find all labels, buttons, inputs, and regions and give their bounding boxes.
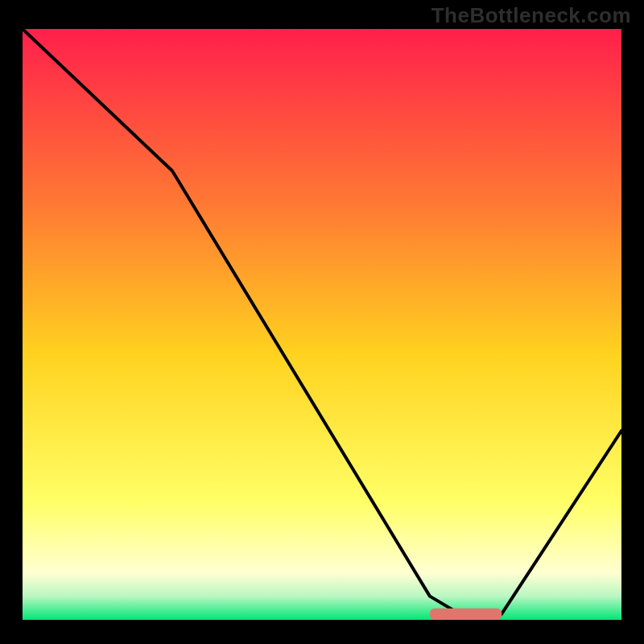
chart-container: TheBottleneck.com: [0, 0, 644, 644]
watermark-text: TheBottleneck.com: [431, 3, 631, 28]
gradient-background: [23, 29, 621, 620]
chart-svg: [23, 29, 621, 620]
optimal-region-marker: [430, 609, 502, 620]
plot-area: [23, 29, 621, 620]
